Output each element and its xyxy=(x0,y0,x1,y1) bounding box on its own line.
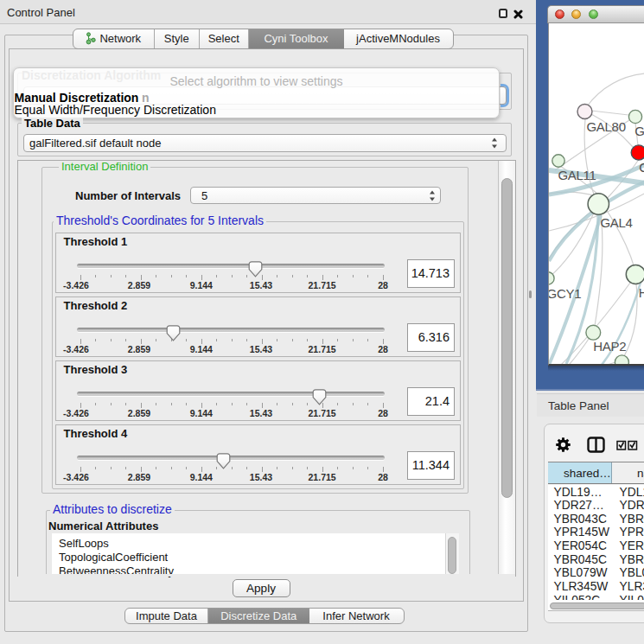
svg-text:GAL11: GAL11 xyxy=(558,168,596,182)
svg-text:CYC1: CYC1 xyxy=(639,160,644,175)
svg-text:GCY1: GCY1 xyxy=(549,286,581,301)
svg-text:HAP2: HAP2 xyxy=(593,339,626,354)
svg-text:HAP1: HAP1 xyxy=(638,285,644,300)
svg-text:GAL1: GAL1 xyxy=(634,124,644,138)
svg-text:GAL4: GAL4 xyxy=(600,215,632,230)
svg-text:GAL80: GAL80 xyxy=(586,119,625,134)
